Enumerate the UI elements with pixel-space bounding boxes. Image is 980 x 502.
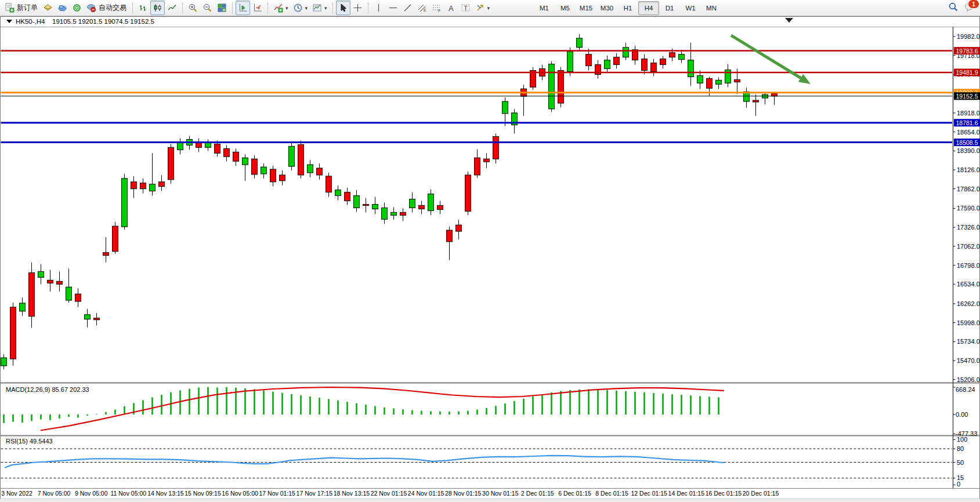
timeframe-d1-button[interactable]: D1 <box>659 1 680 15</box>
candle <box>716 80 722 84</box>
status-bar <box>0 499 980 502</box>
candle <box>85 315 91 319</box>
candle <box>670 53 675 57</box>
auto-trading-button[interactable]: 自动交易 <box>84 1 129 15</box>
svg-text:15998.0: 15998.0 <box>957 319 980 326</box>
time-label: 22 Nov 01:15 <box>371 490 407 497</box>
chart-canvas[interactable]: 19982.019718.019454.018918.018654.018390… <box>0 16 980 499</box>
trendline-button[interactable] <box>400 1 415 15</box>
text-button[interactable]: A <box>444 1 458 15</box>
fibo-icon: F <box>432 3 442 13</box>
svg-text:16262.0: 16262.0 <box>957 300 980 307</box>
candle <box>122 179 128 227</box>
svg-text:668.24: 668.24 <box>956 386 975 393</box>
svg-text:0.00: 0.00 <box>956 411 968 418</box>
chart-shift-button[interactable] <box>236 1 250 15</box>
market-watch-button[interactable] <box>55 1 70 15</box>
zoom-out-icon <box>202 3 212 13</box>
tile-windows-button[interactable] <box>215 1 229 15</box>
candle <box>363 204 369 205</box>
timeframe-h4-button[interactable]: H4 <box>638 1 659 15</box>
auto-scroll-button[interactable] <box>250 1 265 15</box>
chart-window[interactable]: 19982.019718.019454.018918.018654.018390… <box>0 16 980 499</box>
indicators-icon <box>273 3 283 13</box>
candle <box>48 280 53 283</box>
candle <box>373 204 378 209</box>
candle <box>103 253 109 256</box>
dropdown-caret-icon[interactable]: ▾ <box>324 5 327 11</box>
bar-chart-mode-button[interactable] <box>136 1 150 15</box>
zoom-out-button[interactable] <box>200 1 215 15</box>
horizontal-line-button[interactable] <box>386 1 400 15</box>
periods-button[interactable]: ▾ <box>291 1 310 15</box>
dropdown-caret-icon[interactable]: ▾ <box>285 5 288 11</box>
time-label: 11 Nov 05:00 <box>110 490 146 497</box>
time-label: 12 Dec 01:15 <box>631 490 667 497</box>
candle <box>159 182 165 187</box>
time-label: 3 Nov 2022 <box>1 490 32 497</box>
search-button[interactable] <box>948 2 959 14</box>
candle <box>465 175 471 211</box>
cursor-button[interactable] <box>336 1 350 15</box>
auto-trading-label: 自动交易 <box>99 3 126 13</box>
candle <box>577 38 583 48</box>
timeframe-w1-button[interactable]: W1 <box>680 1 701 15</box>
fibonacci-button[interactable]: F <box>429 1 444 15</box>
candle <box>224 148 230 157</box>
signals-button[interactable] <box>70 1 84 15</box>
svg-text:A: A <box>449 4 454 13</box>
new-order-button[interactable]: 新订单 <box>2 1 41 15</box>
toolbar-separator <box>182 2 183 14</box>
search-icon <box>948 2 959 14</box>
candle <box>475 158 480 175</box>
candle <box>651 63 657 72</box>
zoom-in-button[interactable] <box>186 1 200 15</box>
time-label: 24 Nov 01:15 <box>408 490 444 497</box>
timeframe-m5-button[interactable]: M5 <box>555 1 576 15</box>
crosshair-button[interactable] <box>350 1 365 15</box>
time-label: 30 Nov 01:15 <box>482 490 519 497</box>
text-icon: A <box>446 3 456 13</box>
candle <box>29 272 35 316</box>
toolbar-separator <box>368 2 368 14</box>
svg-text:18126.0: 18126.0 <box>957 166 980 173</box>
candle <box>772 93 778 96</box>
quotes-button[interactable] <box>41 1 55 15</box>
candle <box>20 303 26 311</box>
candle <box>298 144 304 175</box>
candle <box>660 59 666 65</box>
arrows-button[interactable]: ▾ <box>473 1 493 15</box>
chart-ohlc-readout: 19105.5 19201.5 19074.5 19152.5 <box>52 18 154 25</box>
zoom-in-icon <box>188 3 198 13</box>
text-label-button[interactable]: T <box>458 1 473 15</box>
candlestick-mode-button[interactable] <box>150 1 165 15</box>
vertical-line-button[interactable] <box>371 1 386 15</box>
candle <box>243 158 248 165</box>
line-chart-mode-button[interactable] <box>165 1 179 15</box>
time-label: 17 Nov 01:15 <box>259 490 295 497</box>
svg-text:18781.6: 18781.6 <box>956 119 978 126</box>
timeframe-m15-button[interactable]: M15 <box>576 1 596 15</box>
timeframe-m1-button[interactable]: M1 <box>534 1 555 15</box>
chart-title: HK50-,H4 <box>16 18 45 25</box>
timeframe-h1-button[interactable]: H1 <box>617 1 638 15</box>
timeframe-mn-button[interactable]: MN <box>701 1 722 15</box>
rsi-label: RSI(15) 49.5443 <box>6 438 53 445</box>
svg-text:19783.6: 19783.6 <box>956 48 978 54</box>
candle <box>493 136 499 159</box>
candle <box>10 307 16 359</box>
time-label: 7 Nov 05:00 <box>38 490 71 497</box>
candle <box>1 358 7 366</box>
candle <box>400 212 406 215</box>
candle <box>270 169 276 182</box>
equidistant-channel-button[interactable]: E <box>415 1 429 15</box>
candle <box>215 144 220 153</box>
dropdown-caret-icon[interactable]: ▾ <box>487 5 490 11</box>
dropdown-caret-icon[interactable]: ▾ <box>305 5 308 11</box>
timeframe-group: M1M5M15M30H1H4D1W1MN <box>534 1 722 15</box>
timeframe-m30-button[interactable]: M30 <box>596 1 617 15</box>
notifications-button[interactable]: 1 <box>964 2 975 14</box>
indicators-button[interactable]: ▾ <box>271 1 291 15</box>
templates-button[interactable]: ▾ <box>310 1 330 15</box>
time-axis: 3 Nov 20227 Nov 05:009 Nov 05:0011 Nov 0… <box>1 490 779 497</box>
